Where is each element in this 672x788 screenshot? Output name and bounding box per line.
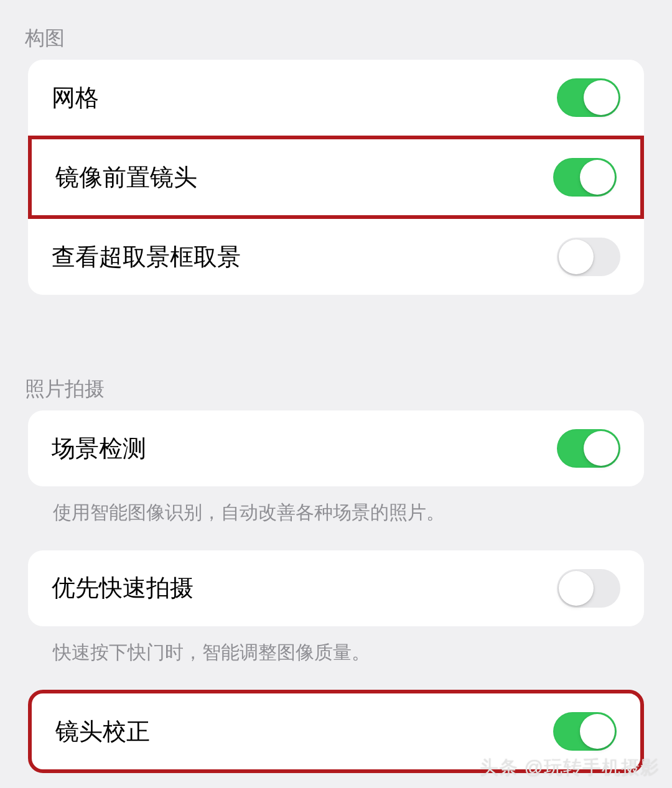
row-prioritize-label: 优先快速拍摄 <box>52 572 194 604</box>
row-view-outside-label: 查看超取景框取景 <box>52 241 241 273</box>
toggle-knob <box>580 160 615 195</box>
row-grid[interactable]: 网格 <box>28 60 644 136</box>
card-group-prioritize-fast: 优先快速拍摄 <box>28 550 644 626</box>
toggle-knob <box>559 239 594 274</box>
toggle-lens-correction[interactable] <box>553 712 617 751</box>
toggle-knob <box>559 571 594 606</box>
row-prioritize-fast-shooting[interactable]: 优先快速拍摄 <box>28 550 644 626</box>
row-scene-detection[interactable]: 场景检测 <box>28 410 644 486</box>
section-header-composition: 构图 <box>0 25 672 60</box>
row-grid-label: 网格 <box>52 82 99 114</box>
row-lens-correction-label: 镜头校正 <box>55 716 150 748</box>
toggle-mirror-front-camera[interactable] <box>553 158 617 197</box>
section-header-photo-capture: 照片拍摄 <box>0 376 672 410</box>
toggle-knob <box>584 80 618 115</box>
caption-scene-detection: 使用智能图像识别，自动改善各种场景的照片。 <box>28 486 644 526</box>
toggle-grid[interactable] <box>557 78 620 117</box>
row-view-outside-frame[interactable]: 查看超取景框取景 <box>28 219 644 295</box>
watermark: 头条 @玩转手机摄影 <box>480 755 660 781</box>
row-scene-detection-label: 场景检测 <box>52 433 146 465</box>
toggle-knob <box>580 714 615 749</box>
toggle-knob <box>584 431 618 466</box>
caption-prioritize-fast: 快速按下快门时，智能调整图像质量。 <box>28 626 644 665</box>
row-mirror-front-camera[interactable]: 镜像前置镜头 <box>28 136 644 219</box>
card-group-composition: 网格 镜像前置镜头 查看超取景框取景 <box>28 60 644 295</box>
watermark-text: 头条 @玩转手机摄影 <box>480 755 660 781</box>
card-group-scene-detection: 场景检测 <box>28 410 644 486</box>
row-mirror-front-label: 镜像前置镜头 <box>55 162 197 193</box>
toggle-prioritize-fast-shooting[interactable] <box>557 569 620 608</box>
toggle-view-outside-frame[interactable] <box>557 238 620 276</box>
toggle-scene-detection[interactable] <box>557 429 620 468</box>
